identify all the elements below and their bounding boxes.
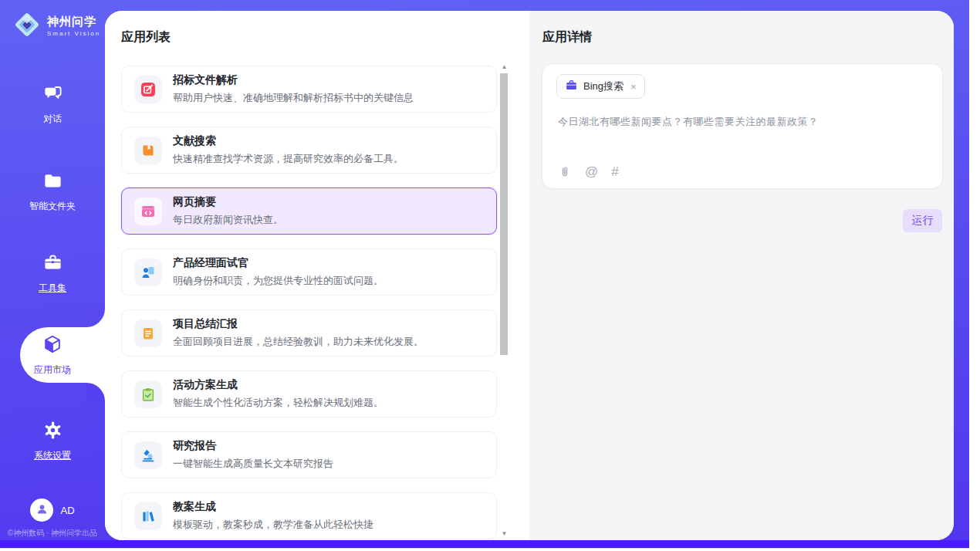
composer-toolbar: @#	[558, 165, 619, 179]
research-icon	[134, 441, 162, 469]
avatar[interactable]	[30, 499, 53, 522]
chat-icon	[42, 83, 63, 107]
cube-icon	[42, 333, 63, 358]
app-card-title: 招标文件解析	[173, 73, 414, 87]
tool-chip-label: Bing搜索	[583, 79, 623, 93]
composer[interactable]: Bing搜索 × 今日湖北有哪些新闻要点？有哪些需要关注的最新政策？ @#	[542, 63, 943, 189]
app-card-title: 产品经理面试官	[173, 256, 384, 270]
sidebar-item-label: 智能文件夹	[29, 200, 76, 213]
app-card-8[interactable]: 教案生成模板驱动，教案秒成，教学准备从此轻松快捷	[121, 492, 497, 539]
app-card-desc: 帮助用户快速、准确地理解和解析招标书中的关键信息	[173, 91, 414, 105]
app-card-desc: 模板驱动，教案秒成，教学准备从此轻松快捷	[173, 518, 373, 532]
brand-name: 神州问学	[47, 15, 100, 29]
user-label: AD	[60, 505, 74, 516]
app-card-title: 项目总结汇报	[173, 317, 424, 331]
app-card-desc: 智能生成个性化活动方案，轻松解决规划难题。	[173, 396, 384, 410]
sidebar-item-market[interactable]: 应用市场	[0, 333, 105, 377]
gear-icon	[42, 420, 63, 444]
app-card-desc: 快速精准查找学术资源，提高研究效率的必备工具。	[173, 152, 404, 166]
app-card-3[interactable]: 网页摘要每日政府新闻资讯快查。	[121, 188, 497, 235]
brand-logo: 神州问学 Smart Vision	[12, 10, 100, 42]
sidebar: 神州问学 Smart Vision 对话智能文件夹工具集应用市场系统设置 AD …	[0, 0, 105, 548]
person-icon	[35, 502, 49, 519]
active-nav-notch-top	[86, 309, 105, 327]
sidebar-item-label: 工具集	[39, 282, 66, 295]
sidebar-item-tools[interactable]: 工具集	[0, 252, 105, 295]
app-window: 神州问学 Smart Vision 对话智能文件夹工具集应用市场系统设置 AD …	[0, 0, 969, 548]
web-code-icon	[134, 198, 162, 225]
user-account[interactable]: AD	[0, 499, 105, 522]
scroll-down-arrow-icon[interactable]: ▼	[500, 530, 509, 538]
app-card-5[interactable]: 项目总结汇报全面回顾项目进展，总结经验教训，助力未来优化发展。	[121, 309, 497, 357]
app-card-6[interactable]: 活动方案生成智能生成个性化活动方案，轻松解决规划难题。	[121, 370, 497, 417]
app-card-desc: 明确身份和职责，为您提供专业性的面试问题。	[173, 274, 384, 288]
toolbox-icon	[42, 252, 63, 276]
plan-clipboard-icon	[134, 380, 162, 408]
run-button[interactable]: 运行	[903, 209, 942, 232]
app-card-2[interactable]: 文献搜索快速精准查找学术资源，提高研究效率的必备工具。	[121, 127, 497, 174]
app-detail-panel: 应用详情 Bing搜索 × 今日湖北有哪些新闻要点？有哪些需要关注的最新政策？ …	[529, 11, 954, 540]
app-list-title: 应用列表	[121, 29, 171, 46]
page: 神州问学 Smart Vision 对话智能文件夹工具集应用市场系统设置 AD …	[0, 0, 980, 551]
app-card-title: 研究报告	[173, 439, 333, 453]
frame-edge	[0, 548, 969, 549]
app-card-title: 活动方案生成	[173, 378, 384, 392]
bottom-strip	[0, 540, 969, 548]
app-card-7[interactable]: 研究报告一键智能生成高质量长文本研究报告	[121, 431, 497, 478]
paperclip-icon[interactable]	[558, 165, 572, 179]
app-card-4[interactable]: 产品经理面试官明确身份和职责，为您提供专业性的面试问题。	[121, 248, 497, 296]
literature-book-icon	[134, 137, 162, 164]
scroll-up-arrow-icon[interactable]: ▲	[500, 63, 509, 71]
app-card-title: 教案生成	[173, 500, 373, 514]
query-text[interactable]: 今日湖北有哪些新闻要点？有哪些需要关注的最新政策？	[558, 115, 927, 129]
copyright-text: ©神州数码 · 神州问学出品	[0, 528, 105, 539]
diamond-logo-icon	[12, 10, 42, 42]
scrollbar[interactable]: ▲ ▼	[500, 63, 509, 538]
app-card-1[interactable]: 招标文件解析帮助用户快速、准确地理解和解析招标书中的关键信息	[121, 66, 497, 113]
lesson-books-icon	[134, 502, 162, 530]
app-list-panel: 应用列表 招标文件解析帮助用户快速、准确地理解和解析招标书中的关键信息文献搜索快…	[105, 11, 529, 540]
sidebar-item-folders[interactable]: 智能文件夹	[0, 171, 105, 213]
app-card-desc: 全面回顾项目进展，总结经验教训，助力未来优化发展。	[173, 335, 424, 349]
app-card-desc: 每日政府新闻资讯快查。	[173, 213, 283, 227]
app-detail-title: 应用详情	[542, 29, 592, 46]
brand-tagline: Smart Vision	[47, 30, 100, 37]
sidebar-item-chat[interactable]: 对话	[0, 83, 105, 126]
scroll-thumb[interactable]	[500, 73, 508, 355]
briefcase-icon	[565, 79, 578, 94]
active-nav-notch-bottom	[86, 383, 105, 401]
app-card-title: 网页摘要	[173, 195, 283, 209]
hash-icon[interactable]: #	[611, 165, 618, 179]
sidebar-item-label: 对话	[43, 113, 62, 126]
memo-icon	[134, 319, 162, 347]
at-icon[interactable]: @	[585, 165, 598, 179]
tool-chip-bing[interactable]: Bing搜索 ×	[556, 74, 645, 99]
app-card-desc: 一键智能生成高质量长文本研究报告	[173, 457, 333, 471]
bid-edit-icon	[134, 76, 162, 103]
sidebar-item-settings[interactable]: 系统设置	[0, 420, 105, 462]
folder-icon	[42, 171, 63, 194]
sidebar-item-label: 应用市场	[34, 363, 71, 377]
sidebar-item-label: 系统设置	[34, 449, 71, 462]
app-card-title: 文献搜索	[173, 134, 404, 148]
chip-close-icon[interactable]: ×	[630, 81, 637, 93]
content-area: 应用列表 招标文件解析帮助用户快速、准确地理解和解析招标书中的关键信息文献搜索快…	[105, 11, 954, 540]
interviewer-icon	[134, 259, 162, 286]
